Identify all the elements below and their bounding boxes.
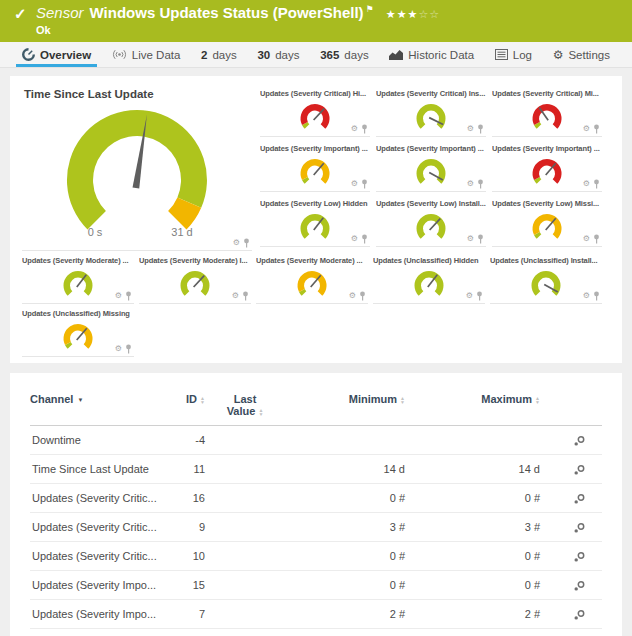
- channel-table-panel: Channel▼ ID▲▼ LastValue▲▼ Minimum▲▼ Maxi…: [10, 373, 622, 636]
- col-header-id[interactable]: ID▲▼: [175, 389, 205, 426]
- pin-icon[interactable]: [361, 234, 368, 244]
- gauge-title: Updates (Severity Moderate) ...: [256, 256, 368, 265]
- channel-settings-icon[interactable]: [573, 551, 586, 563]
- gear-icon[interactable]: ⚙: [583, 235, 590, 243]
- gear-icon[interactable]: ⚙: [583, 292, 590, 300]
- gear-icon[interactable]: ⚙: [115, 292, 122, 300]
- channel-settings-icon[interactable]: [573, 609, 586, 621]
- gear-icon[interactable]: ⚙: [349, 292, 356, 300]
- channel-actions-cell: [540, 426, 602, 455]
- channel-settings-icon[interactable]: [573, 493, 586, 505]
- tab-historic-data[interactable]: Historic Data: [383, 42, 480, 67]
- gear-icon[interactable]: ⚙: [351, 235, 358, 243]
- pin-icon[interactable]: [243, 238, 250, 248]
- channel-actions-cell: [540, 484, 602, 513]
- pin-icon[interactable]: [361, 124, 368, 134]
- channel-settings-icon[interactable]: [573, 464, 586, 476]
- channel-last-value-cell: [205, 513, 285, 542]
- gauge-title: Updates (Severity Moderate) I...: [139, 256, 251, 265]
- priority-flag-icon[interactable]: ⚑: [366, 4, 374, 14]
- gear-icon[interactable]: ⚙: [115, 345, 122, 353]
- sort-icon: ▲▼: [258, 408, 263, 416]
- col-header-minimum[interactable]: Minimum▲▼: [285, 389, 405, 426]
- channel-maximum-cell: 2 #: [405, 600, 540, 629]
- gauge-cell: Updates (Severity Moderate) I...⚙: [139, 253, 251, 304]
- col-header-maximum[interactable]: Maximum▲▼: [405, 389, 540, 426]
- pin-icon[interactable]: [477, 234, 484, 244]
- gauges-panel: Time Since Last Update 0 s31 d ⚙ Updates…: [10, 76, 622, 363]
- channel-settings-icon[interactable]: [573, 580, 586, 592]
- pin-icon[interactable]: [593, 234, 600, 244]
- sensor-banner: ✓ SensorWindows Updates Status (PowerShe…: [0, 0, 632, 42]
- tab-overview[interactable]: Overview: [16, 42, 97, 67]
- channel-settings-icon[interactable]: [573, 435, 586, 447]
- channel-row: Updates (Severity Impo...150 #0 #: [30, 571, 602, 600]
- col-header-last-value[interactable]: LastValue▲▼: [205, 389, 285, 426]
- channel-actions-cell: [540, 600, 602, 629]
- channel-name-cell: Updates (Severity Critic...: [30, 484, 175, 513]
- channel-row: Time Since Last Update1114 d14 d: [30, 455, 602, 484]
- channel-name-cell: Updates (Severity Critic...: [30, 542, 175, 571]
- gear-icon[interactable]: ⚙: [232, 292, 239, 300]
- pin-icon[interactable]: [125, 344, 132, 354]
- channel-id-cell: -4: [175, 426, 205, 455]
- gauge-cell: Updates (Severity Low) Hidden⚙: [260, 196, 370, 247]
- gauge-actions: ⚙: [349, 291, 366, 301]
- gear-icon[interactable]: ⚙: [233, 239, 240, 247]
- gear-icon[interactable]: ⚙: [467, 125, 474, 133]
- gear-icon[interactable]: ⚙: [583, 125, 590, 133]
- gauge-cell: Updates (Severity Important) ...⚙: [492, 141, 602, 192]
- channel-settings-icon[interactable]: [573, 522, 586, 534]
- pin-icon[interactable]: [476, 291, 483, 301]
- tab-log[interactable]: Log: [489, 42, 538, 67]
- gauge-cell: Updates (Unclassified) Hidden⚙: [373, 253, 485, 304]
- gear-icon[interactable]: ⚙: [351, 125, 358, 133]
- sort-desc-icon: ▼: [77, 397, 83, 403]
- channel-maximum-cell: 14 d: [405, 455, 540, 484]
- gauge-title: Updates (Severity Low) Missi...: [492, 199, 602, 208]
- tab-365-days[interactable]: 365days: [314, 42, 374, 67]
- pin-icon[interactable]: [361, 179, 368, 189]
- channel-name-cell: Updates (Severity Impo...: [30, 571, 175, 600]
- channel-last-value-cell: [205, 542, 285, 571]
- gauge-title: Updates (Severity Important) ...: [492, 144, 602, 153]
- pin-icon[interactable]: [593, 179, 600, 189]
- small-gauge-row-4: Updates (Severity Moderate) ...⚙Updates …: [22, 253, 610, 304]
- channel-maximum-cell: [405, 426, 540, 455]
- tab-2-days[interactable]: 2days: [195, 42, 243, 67]
- channel-id-cell: 15: [175, 571, 205, 600]
- col-header-channel[interactable]: Channel▼: [30, 389, 175, 426]
- pin-icon[interactable]: [593, 124, 600, 134]
- col-header-actions: [540, 389, 602, 426]
- sensor-type-label: Sensor: [36, 4, 84, 21]
- gear-icon[interactable]: ⚙: [467, 180, 474, 188]
- gear-icon[interactable]: ⚙: [583, 180, 590, 188]
- priority-stars[interactable]: ★★★☆☆: [386, 8, 440, 20]
- tab-live-data[interactable]: Live Data: [106, 42, 187, 67]
- channel-name-cell: Updates (Severity Impo...: [30, 600, 175, 629]
- channel-actions-cell: [540, 455, 602, 484]
- gear-icon[interactable]: ⚙: [466, 292, 473, 300]
- sort-icon: ▲▼: [535, 396, 540, 404]
- gauge-title: Updates (Severity Important) ...: [376, 144, 486, 153]
- pin-icon[interactable]: [242, 291, 249, 301]
- tab-settings[interactable]: ⚙Settings: [547, 42, 616, 67]
- pin-icon[interactable]: [477, 179, 484, 189]
- gear-icon[interactable]: ⚙: [351, 180, 358, 188]
- gauge-actions: ⚙: [466, 291, 483, 301]
- gauge-actions: ⚙: [467, 234, 484, 244]
- channel-row: Updates (Severity Critic...160 #0 #: [30, 484, 602, 513]
- pin-icon[interactable]: [125, 291, 132, 301]
- pin-icon[interactable]: [593, 291, 600, 301]
- pin-icon[interactable]: [359, 291, 366, 301]
- gauge-title: Updates (Severity Low) Install...: [376, 199, 486, 208]
- pin-icon[interactable]: [477, 124, 484, 134]
- channel-maximum-cell: 0 #: [405, 542, 540, 571]
- gauge-title: Updates (Unclassified) Missing: [22, 309, 134, 318]
- settings-gear-icon: ⚙: [553, 49, 564, 61]
- gauge-cell: Updates (Severity Important) ...⚙: [260, 141, 370, 192]
- small-gauge-grid-right: Updates (Severity Critical) Hi...⚙Update…: [260, 86, 602, 251]
- tab-30-days[interactable]: 30days: [251, 42, 305, 67]
- gear-icon[interactable]: ⚙: [467, 235, 474, 243]
- gauge-actions: ⚙: [351, 179, 368, 189]
